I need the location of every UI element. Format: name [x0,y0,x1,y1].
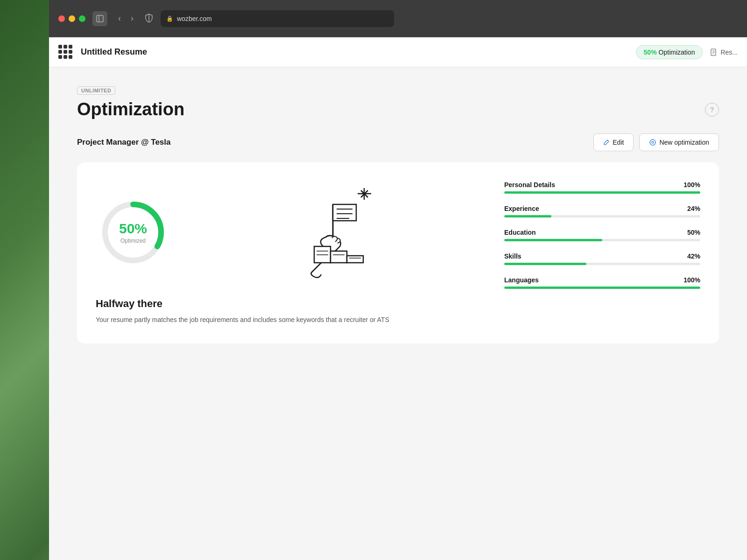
close-button[interactable] [58,15,65,22]
grid-dot [63,50,67,54]
optimization-badge[interactable]: 50% Optimization [636,45,703,59]
score-name: Education [504,229,536,236]
grid-dot [58,55,62,59]
shield-icon [144,13,154,24]
help-icon: ? [710,106,714,113]
main-content: UNLIMITED Optimization ? Project Manager… [49,67,747,560]
score-percentage: 24% [687,205,700,212]
app-container: Untitled Resume 50% Optimization Res... … [49,37,747,560]
svg-rect-25 [331,251,347,263]
back-button[interactable]: ‹ [114,12,125,25]
edit-button[interactable]: Edit [593,133,634,151]
score-row: Personal Details 100% [504,181,700,194]
score-percentage: 50% [687,229,700,236]
progress-fill [504,239,602,241]
grid-dot [58,50,62,54]
score-row: Experience 24% [504,205,700,217]
help-button[interactable]: ? [705,103,719,117]
resume-link-label: Res... [720,49,738,56]
svg-point-7 [650,140,655,145]
document-icon [710,49,718,56]
traffic-lights [58,15,85,22]
edit-icon [603,139,610,146]
score-name: Personal Details [504,181,555,189]
lock-icon: 🔒 [166,15,173,22]
top-nav: Untitled Resume 50% Optimization Res... [49,37,747,67]
address-bar[interactable]: 🔒 wozber.com [161,10,394,27]
unlimited-badge: UNLIMITED [77,86,115,95]
score-name: Experience [504,205,539,212]
apps-menu-button[interactable] [58,45,73,60]
score-header: Personal Details 100% [504,181,700,189]
card-right: Personal Details 100% Experience 24% Edu… [504,181,700,325]
grid-dot [69,45,72,49]
minimize-button[interactable] [69,15,75,22]
action-buttons: Edit New optimization [593,133,719,151]
progress-fill [504,287,700,289]
resume-title: Untitled Resume [81,47,147,57]
score-percentage: 100% [684,276,700,284]
job-row: Project Manager @ Tesla Edit [77,133,719,151]
page-title-row: Optimization ? [77,99,719,119]
halfway-title: Halfway there [96,298,486,310]
job-title: Project Manager @ Tesla [77,138,171,147]
halfway-description: Your resume partly matches the job requi… [96,315,486,325]
card-left: 50% Optimized [96,181,486,325]
score-header: Skills 42% [504,252,700,260]
grid-dot [69,55,72,59]
score-percentage: 42% [687,252,700,260]
resume-link[interactable]: Res... [710,49,738,56]
grid-dot [69,50,72,54]
new-optimization-button[interactable]: New optimization [639,133,719,151]
donut-text: 50% Optimized [119,221,147,244]
grid-dot [63,55,67,59]
browser-toolbar: ‹ › 🔒 wozber.com [49,0,747,37]
donut-label: Optimized [119,238,147,244]
progress-fill [504,263,586,265]
grid-dot [58,45,62,49]
url-text: wozber.com [177,15,212,22]
progress-bar [504,287,700,289]
score-row: Languages 100% [504,276,700,289]
maximize-button[interactable] [79,15,85,22]
progress-bar [504,239,700,241]
page-title: Optimization [77,99,184,119]
donut-chart: 50% Optimized [96,195,170,270]
progress-bar [504,215,700,217]
illustration-svg [282,181,394,284]
progress-fill [504,215,551,217]
edit-button-label: Edit [613,139,624,146]
optimization-card: 50% Optimized [77,162,719,343]
score-percentage: 100% [684,181,700,189]
score-row: Education 50% [504,229,700,241]
svg-rect-0 [97,15,103,22]
score-header: Education 50% [504,229,700,236]
donut-percentage: 50% [119,221,147,237]
optimization-pct: 50% [644,49,657,56]
score-name: Skills [504,252,521,260]
sidebar-toggle-button[interactable] [92,11,107,26]
optimization-badge-label: Optimization [659,49,695,56]
progress-fill [504,191,700,194]
nav-buttons: ‹ › [114,12,137,25]
new-optimization-icon [649,139,656,146]
donut-wrapper: 50% Optimized [96,181,486,284]
illustration [189,181,486,284]
new-optimization-button-label: New optimization [659,139,709,146]
forward-button[interactable]: › [127,12,137,25]
score-name: Languages [504,276,539,284]
progress-bar [504,191,700,194]
score-row: Skills 42% [504,252,700,265]
svg-rect-26 [347,256,363,263]
grid-dot [63,45,67,49]
score-header: Languages 100% [504,276,700,284]
score-header: Experience 24% [504,205,700,212]
svg-point-8 [652,141,654,143]
progress-bar [504,263,700,265]
